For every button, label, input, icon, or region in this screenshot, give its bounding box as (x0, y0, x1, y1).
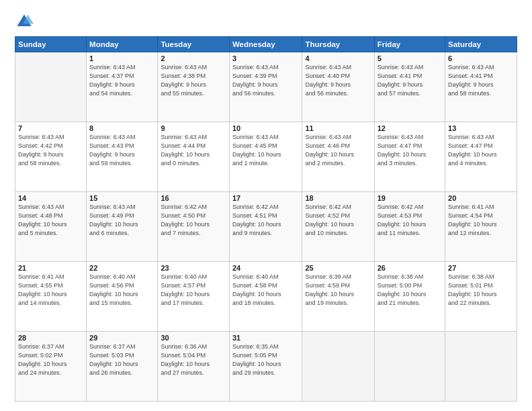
calendar-cell: 2Sunrise: 6:43 AMSunset: 4:38 PMDaylight… (158, 52, 230, 122)
day-detail: Sunrise: 6:39 AMSunset: 4:59 PMDaylight:… (305, 273, 371, 308)
calendar-cell: 11Sunrise: 6:43 AMSunset: 4:46 PMDayligh… (302, 122, 374, 192)
day-detail: Sunrise: 6:42 AMSunset: 4:53 PMDaylight:… (378, 203, 442, 238)
calendar-cell (302, 332, 374, 402)
calendar-cell: 9Sunrise: 6:43 AMSunset: 4:44 PMDaylight… (158, 122, 230, 192)
calendar-cell: 4Sunrise: 6:43 AMSunset: 4:40 PMDaylight… (302, 52, 374, 122)
calendar-cell: 28Sunrise: 6:37 AMSunset: 5:02 PMDayligh… (15, 332, 87, 402)
day-detail: Sunrise: 6:43 AMSunset: 4:37 PMDaylight:… (89, 63, 154, 98)
day-number: 1 (89, 54, 154, 62)
day-detail: Sunrise: 6:43 AMSunset: 4:40 PMDaylight:… (305, 63, 371, 98)
day-number: 28 (18, 334, 83, 342)
calendar-cell: 24Sunrise: 6:40 AMSunset: 4:58 PMDayligh… (229, 262, 302, 332)
day-number: 15 (89, 194, 154, 202)
day-number: 3 (232, 54, 300, 62)
calendar-cell: 12Sunrise: 6:43 AMSunset: 4:47 PMDayligh… (374, 122, 445, 192)
day-detail: Sunrise: 6:42 AMSunset: 4:50 PMDaylight:… (161, 203, 226, 238)
calendar-cell (445, 332, 517, 402)
day-detail: Sunrise: 6:43 AMSunset: 4:48 PMDaylight:… (18, 203, 83, 238)
day-detail: Sunrise: 6:43 AMSunset: 4:47 PMDaylight:… (378, 133, 442, 168)
day-detail: Sunrise: 6:42 AMSunset: 4:52 PMDaylight:… (305, 203, 371, 238)
day-number: 22 (89, 264, 154, 272)
day-detail: Sunrise: 6:37 AMSunset: 5:03 PMDaylight:… (89, 342, 154, 377)
calendar-cell: 3Sunrise: 6:43 AMSunset: 4:39 PMDaylight… (229, 52, 302, 122)
day-number: 29 (89, 334, 154, 342)
day-number: 24 (232, 264, 300, 272)
calendar-cell: 18Sunrise: 6:42 AMSunset: 4:52 PMDayligh… (302, 192, 374, 262)
day-detail: Sunrise: 6:37 AMSunset: 5:02 PMDaylight:… (18, 342, 83, 377)
day-number: 4 (305, 54, 371, 62)
day-header-friday: Friday (374, 37, 445, 52)
day-detail: Sunrise: 6:35 AMSunset: 5:05 PMDaylight:… (232, 342, 300, 377)
day-number: 26 (378, 264, 442, 272)
day-number: 21 (18, 264, 83, 272)
logo-icon (15, 12, 34, 31)
calendar-cell: 30Sunrise: 6:36 AMSunset: 5:04 PMDayligh… (158, 332, 230, 402)
calendar-cell: 10Sunrise: 6:43 AMSunset: 4:45 PMDayligh… (229, 122, 302, 192)
day-number: 18 (305, 194, 371, 202)
day-header-thursday: Thursday (302, 37, 374, 52)
day-detail: Sunrise: 6:43 AMSunset: 4:41 PMDaylight:… (378, 63, 442, 98)
day-number: 5 (378, 54, 442, 62)
day-header-sunday: Sunday (15, 37, 87, 52)
day-number: 23 (161, 264, 226, 272)
calendar-cell: 15Sunrise: 6:43 AMSunset: 4:49 PMDayligh… (87, 192, 158, 262)
day-number: 19 (378, 194, 442, 202)
calendar-cell: 27Sunrise: 6:38 AMSunset: 5:01 PMDayligh… (445, 262, 517, 332)
calendar-cell: 13Sunrise: 6:43 AMSunset: 4:47 PMDayligh… (445, 122, 517, 192)
day-detail: Sunrise: 6:40 AMSunset: 4:58 PMDaylight:… (232, 273, 300, 308)
day-detail: Sunrise: 6:38 AMSunset: 5:00 PMDaylight:… (378, 273, 442, 308)
calendar-cell: 17Sunrise: 6:42 AMSunset: 4:51 PMDayligh… (229, 192, 302, 262)
day-number: 16 (161, 194, 226, 202)
day-number: 14 (18, 194, 83, 202)
day-number: 13 (448, 124, 514, 132)
day-number: 20 (448, 194, 514, 202)
day-detail: Sunrise: 6:40 AMSunset: 4:56 PMDaylight:… (89, 273, 154, 308)
day-number: 27 (448, 264, 514, 272)
day-detail: Sunrise: 6:40 AMSunset: 4:57 PMDaylight:… (161, 273, 226, 308)
week-row-5: 28Sunrise: 6:37 AMSunset: 5:02 PMDayligh… (15, 332, 517, 402)
header (15, 12, 517, 31)
calendar-cell: 19Sunrise: 6:42 AMSunset: 4:53 PMDayligh… (374, 192, 445, 262)
calendar-cell: 1Sunrise: 6:43 AMSunset: 4:37 PMDaylight… (87, 52, 158, 122)
day-number: 7 (18, 124, 83, 132)
day-detail: Sunrise: 6:41 AMSunset: 4:55 PMDaylight:… (18, 273, 83, 308)
week-row-2: 7Sunrise: 6:43 AMSunset: 4:42 PMDaylight… (15, 122, 517, 192)
calendar-cell: 14Sunrise: 6:43 AMSunset: 4:48 PMDayligh… (15, 192, 87, 262)
day-detail: Sunrise: 6:43 AMSunset: 4:47 PMDaylight:… (448, 133, 514, 168)
day-detail: Sunrise: 6:41 AMSunset: 4:54 PMDaylight:… (448, 203, 514, 238)
calendar-cell: 7Sunrise: 6:43 AMSunset: 4:42 PMDaylight… (15, 122, 87, 192)
page: SundayMondayTuesdayWednesdayThursdayFrid… (0, 0, 532, 411)
day-number: 17 (232, 194, 300, 202)
calendar-cell: 31Sunrise: 6:35 AMSunset: 5:05 PMDayligh… (229, 332, 302, 402)
calendar-cell: 8Sunrise: 6:43 AMSunset: 4:43 PMDaylight… (87, 122, 158, 192)
logo (15, 12, 36, 31)
day-number: 12 (378, 124, 442, 132)
day-detail: Sunrise: 6:43 AMSunset: 4:45 PMDaylight:… (232, 133, 300, 168)
calendar-cell: 25Sunrise: 6:39 AMSunset: 4:59 PMDayligh… (302, 262, 374, 332)
day-number: 11 (305, 124, 371, 132)
calendar-header-row: SundayMondayTuesdayWednesdayThursdayFrid… (15, 37, 517, 52)
week-row-4: 21Sunrise: 6:41 AMSunset: 4:55 PMDayligh… (15, 262, 517, 332)
day-detail: Sunrise: 6:43 AMSunset: 4:41 PMDaylight:… (448, 63, 514, 98)
calendar-cell: 22Sunrise: 6:40 AMSunset: 4:56 PMDayligh… (87, 262, 158, 332)
calendar-cell (374, 332, 445, 402)
day-detail: Sunrise: 6:43 AMSunset: 4:43 PMDaylight:… (89, 133, 154, 168)
day-detail: Sunrise: 6:43 AMSunset: 4:39 PMDaylight:… (232, 63, 300, 98)
calendar-table: SundayMondayTuesdayWednesdayThursdayFrid… (15, 36, 517, 402)
day-header-saturday: Saturday (445, 37, 517, 52)
day-number: 6 (448, 54, 514, 62)
day-detail: Sunrise: 6:42 AMSunset: 4:51 PMDaylight:… (232, 203, 300, 238)
calendar-cell: 6Sunrise: 6:43 AMSunset: 4:41 PMDaylight… (445, 52, 517, 122)
day-number: 31 (232, 334, 300, 342)
day-detail: Sunrise: 6:43 AMSunset: 4:42 PMDaylight:… (18, 133, 83, 168)
day-header-monday: Monday (87, 37, 158, 52)
week-row-1: 1Sunrise: 6:43 AMSunset: 4:37 PMDaylight… (15, 52, 517, 122)
day-detail: Sunrise: 6:43 AMSunset: 4:44 PMDaylight:… (161, 133, 226, 168)
calendar-cell: 20Sunrise: 6:41 AMSunset: 4:54 PMDayligh… (445, 192, 517, 262)
day-number: 25 (305, 264, 371, 272)
day-detail: Sunrise: 6:36 AMSunset: 5:04 PMDaylight:… (161, 342, 226, 377)
day-detail: Sunrise: 6:43 AMSunset: 4:49 PMDaylight:… (89, 203, 154, 238)
day-number: 2 (161, 54, 226, 62)
week-row-3: 14Sunrise: 6:43 AMSunset: 4:48 PMDayligh… (15, 192, 517, 262)
calendar-cell: 5Sunrise: 6:43 AMSunset: 4:41 PMDaylight… (374, 52, 445, 122)
